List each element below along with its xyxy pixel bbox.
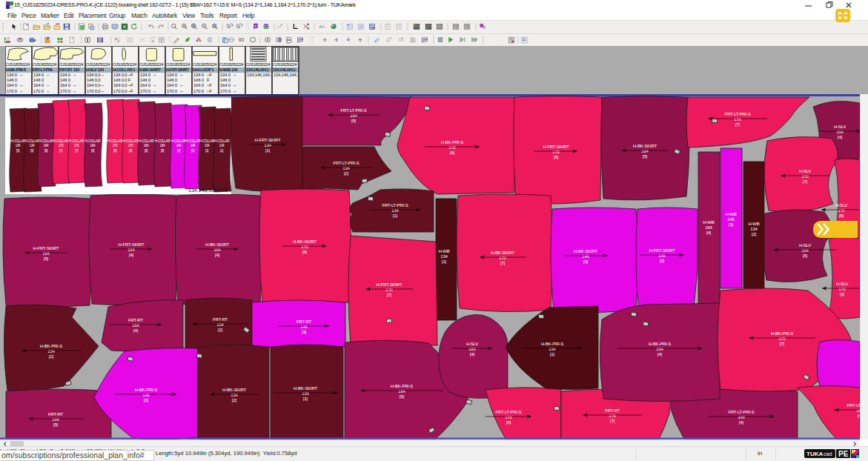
- svg-text:[7]: [7]: [75, 149, 78, 153]
- svg-text:170: 170: [113, 144, 118, 147]
- svg-text:H-SLV: H-SLV: [835, 203, 847, 208]
- svg-text:170: 170: [552, 150, 560, 154]
- svg-text:[5]: [5]: [53, 422, 59, 427]
- svg-text:60: 60: [239, 37, 245, 42]
- svg-text:[6]: [6]: [450, 150, 455, 155]
- svg-text:146: 146: [727, 217, 735, 222]
- svg-text:170: 170: [734, 117, 741, 122]
- svg-text:FRT-LT-PRI-S: FRT-LT-PRI-S: [382, 203, 408, 208]
- svg-text:[4]: [4]: [470, 352, 475, 356]
- svg-text:[4]: [4]: [739, 420, 744, 425]
- svg-text:170: 170: [385, 288, 393, 292]
- svg-text:164: 164: [705, 225, 712, 230]
- svg-text:[3]: [3]: [177, 149, 180, 153]
- svg-text:134: 134: [16, 144, 21, 147]
- svg-text:[3]: [3]: [144, 398, 149, 402]
- svg-text:164: 164: [641, 149, 649, 153]
- svg-text:164: 164: [44, 144, 49, 147]
- svg-text:134: 134: [302, 391, 309, 396]
- svg-text:146: 146: [300, 325, 308, 329]
- svg-text:H-BK-PRI-S: H-BK-PRI-S: [541, 342, 564, 346]
- svg-text:cad: cad: [824, 451, 832, 457]
- svg-text:[1]: [1]: [265, 148, 271, 153]
- svg-text:H-COLLAR: H-COLLAR: [39, 139, 54, 143]
- svg-text:164: 164: [350, 113, 357, 118]
- svg-text:[5]: [5]: [351, 119, 357, 123]
- svg-text:164: 164: [52, 417, 59, 422]
- svg-text:TUKA: TUKA: [806, 451, 823, 457]
- svg-text:H-COLLAR: H-COLLAR: [107, 139, 123, 143]
- svg-text:[8]: [8]: [129, 149, 132, 153]
- svg-text:170: 170: [801, 174, 809, 179]
- svg-text:H-BK-PRI-S: H-BK-PRI-S: [135, 388, 158, 392]
- svg-text:134: 134: [391, 208, 399, 213]
- svg-text:H-COLLAR: H-COLLAR: [123, 139, 139, 143]
- svg-text:FRT-LT-PRI-S: FRT-LT-PRI-S: [340, 108, 366, 113]
- svg-text:[3]: [3]: [660, 259, 665, 263]
- svg-text:134,146,164,170: 134,146,164,170: [188, 188, 228, 193]
- svg-text:134: 134: [219, 144, 225, 147]
- svg-text:164: 164: [213, 248, 221, 252]
- svg-text:146: 146: [142, 393, 150, 397]
- svg-text:H-COLLAR: H-COLLAR: [69, 139, 85, 143]
- svg-text:170: 170: [448, 145, 456, 150]
- svg-text:H-FRT-SKIRT: H-FRT-SKIRT: [543, 145, 569, 149]
- svg-text:H-BK-PRI-S: H-BK-PRI-S: [391, 384, 414, 388]
- svg-text:H-BK-SKIRT: H-BK-SKIRT: [491, 251, 514, 255]
- svg-text:H-BK-SKIRT: H-BK-SKIRT: [574, 249, 597, 253]
- svg-text:[5]: [5]: [44, 256, 49, 261]
- svg-text:164: 164: [132, 323, 139, 328]
- svg-text:FRT-RT: FRT-RT: [213, 317, 228, 322]
- svg-text:[5]: [5]: [643, 154, 648, 159]
- svg-text:164: 164: [144, 144, 149, 147]
- svg-text:[2]: [2]: [232, 398, 237, 402]
- svg-text:[5]: [5]: [16, 149, 19, 153]
- svg-text:164: 164: [160, 144, 165, 147]
- svg-text:H-COLLAR: H-COLLAR: [155, 139, 170, 143]
- svg-text:H-BK-SKIRT: H-BK-SKIRT: [205, 242, 229, 247]
- svg-text:H-WB: H-WB: [725, 212, 736, 216]
- svg-text:[7]: [7]: [500, 261, 506, 265]
- svg-text:[1]: [1]: [550, 352, 555, 356]
- svg-text:170: 170: [778, 336, 786, 341]
- svg-text:134: 134: [342, 166, 350, 170]
- svg-text:H-WB: H-WB: [748, 222, 759, 226]
- svg-text:164: 164: [90, 144, 96, 147]
- svg-text:[1]: [1]: [303, 397, 308, 401]
- svg-text:146: 146: [582, 254, 589, 259]
- svg-text:H-SLV: H-SLV: [836, 282, 848, 286]
- svg-text:H-COLLAR: H-COLLAR: [85, 139, 101, 143]
- svg-text:[2]: [2]: [344, 171, 349, 176]
- svg-text:H-COLLAR: H-COLLAR: [139, 139, 154, 143]
- svg-text:H-SLV: H-SLV: [466, 342, 478, 346]
- svg-text:H-BK-SKIRT: H-BK-SKIRT: [293, 239, 317, 244]
- svg-text:170: 170: [128, 144, 133, 147]
- svg-text:[7]: [7]: [780, 342, 785, 346]
- svg-text:134: 134: [549, 347, 556, 351]
- svg-text:[4]: [4]: [657, 352, 663, 356]
- svg-text:[6]: [6]: [161, 149, 164, 153]
- svg-text:[1]: [1]: [220, 149, 223, 153]
- svg-text:134: 134: [231, 393, 238, 397]
- svg-text:164: 164: [468, 347, 476, 351]
- svg-text:H-FRT-SKIRT: H-FRT-SKIRT: [377, 282, 402, 287]
- svg-text:[6]: [6]: [302, 250, 308, 254]
- svg-text:[7]: [7]: [59, 149, 62, 153]
- svg-text:134: 134: [440, 254, 448, 259]
- svg-text:A: A: [322, 24, 325, 29]
- svg-text:H-WB: H-WB: [703, 220, 714, 225]
- svg-text:[2]: [2]: [49, 354, 54, 359]
- svg-text:[7]: [7]: [735, 122, 741, 127]
- svg-text:H-COLLAR: H-COLLAR: [53, 139, 69, 143]
- svg-text:170: 170: [838, 287, 846, 291]
- svg-text:H-SLV: H-SLV: [799, 169, 811, 173]
- svg-text:[6]: [6]: [44, 149, 47, 153]
- svg-text:164: 164: [127, 248, 135, 252]
- svg-text:[7]: [7]: [610, 419, 615, 423]
- svg-text:H-FRT-SKIRT: H-FRT-SKIRT: [119, 242, 145, 247]
- svg-text:170: 170: [499, 256, 506, 260]
- svg-text:H-BK-PRI-S: H-BK-PRI-S: [40, 344, 63, 348]
- svg-text:[5]: [5]: [30, 149, 33, 153]
- svg-text:H-FRT-SKIRT: H-FRT-SKIRT: [649, 248, 675, 253]
- svg-text:[6]: [6]: [145, 149, 148, 153]
